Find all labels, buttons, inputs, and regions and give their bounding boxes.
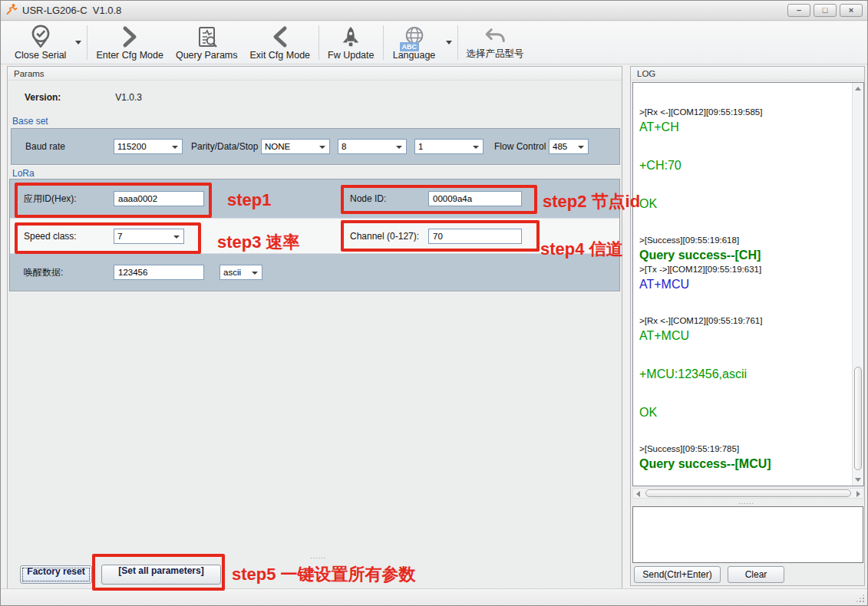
log-vertical-scrollbar[interactable]	[852, 83, 863, 486]
baud-rate-value: 115200	[117, 142, 147, 151]
speed-class-select[interactable]: 7	[114, 229, 184, 244]
panel-splitter-grip[interactable]: ......	[310, 552, 326, 560]
log-line	[639, 344, 850, 366]
maximize-button[interactable]: □	[814, 4, 837, 17]
log-line: +MCU:123456,ascii	[639, 366, 850, 382]
app-id-label: 应用ID(Hex):	[24, 193, 77, 206]
log-line: OK	[639, 404, 850, 420]
data-bits-select[interactable]: 8	[338, 139, 407, 154]
log-line	[639, 135, 850, 157]
chevron-down-icon	[446, 41, 452, 44]
log-line: Query success--[CH]	[639, 247, 850, 263]
query-params-label: Query Params	[176, 50, 238, 61]
set-all-parameters-button[interactable]: [Set all parameters]	[101, 565, 221, 585]
combo-arrow-icon	[319, 146, 325, 149]
language-button[interactable]: ABC Language	[386, 21, 443, 64]
app-id-input[interactable]: aaaa0002	[114, 191, 204, 206]
wake-data-input[interactable]: 123456	[114, 265, 204, 280]
close-serial-label: Close Serial	[15, 50, 66, 61]
wake-format-select[interactable]: ascii	[219, 265, 262, 280]
vscroll-thumb[interactable]	[854, 367, 862, 470]
wake-format-value: ascii	[223, 268, 241, 277]
version-label: Version:	[25, 92, 113, 103]
scroll-right-icon[interactable]	[856, 491, 860, 497]
hscroll-thumb[interactable]	[645, 489, 851, 497]
combo-arrow-icon	[172, 146, 178, 149]
combo-arrow-icon	[473, 146, 479, 149]
undo-arrow-icon	[483, 24, 507, 48]
version-value: V1.0.3	[115, 92, 142, 103]
toolbar: Close Serial Enter Cfg Mode Query Params	[1, 21, 867, 64]
log-lines: >[Rx <-][COM12][09:55:19:585]AT+CH+CH:70…	[639, 106, 850, 472]
lora-group-label: LoRa	[12, 168, 35, 179]
combo-arrow-icon	[173, 235, 180, 239]
log-line	[639, 420, 850, 443]
log-line: >[Success][09:55:19:785]	[639, 443, 850, 456]
chevron-down-icon	[75, 41, 81, 44]
node-id-label: Node ID:	[350, 193, 386, 204]
close-serial-button[interactable]: Close Serial	[8, 21, 72, 64]
wake-data-row: 唤醒数据: 123456 ascii	[10, 254, 619, 291]
app-icon	[5, 3, 18, 18]
base-set-group: Baud rate 115200 Parity/Data/Stop NONE 8…	[11, 128, 620, 165]
baud-rate-select[interactable]: 115200	[114, 139, 183, 154]
parity-select[interactable]: NONE	[261, 139, 330, 154]
log-line: AT+CH	[639, 119, 850, 135]
log-view[interactable]: >[Rx <-][COM12][09:55:19:585]AT+CH+CH:70…	[632, 82, 864, 486]
data-bits-value: 8	[342, 142, 346, 151]
select-product-model-button[interactable]: 选择产品型号	[460, 21, 530, 64]
log-line: >[Tx ->][COM12][09:55:19:631]	[639, 263, 850, 276]
lora-group: 应用ID(Hex): aaaa0002 Node ID: 00009a4a Sp…	[9, 179, 620, 291]
log-horizontal-scrollbar[interactable]	[632, 488, 864, 499]
log-panel: LOG >[Rx <-][COM12][09:55:19:585]AT+CH+C…	[630, 66, 865, 586]
scroll-down-icon[interactable]	[855, 478, 861, 482]
language-dropdown[interactable]	[443, 21, 455, 64]
log-line: >[Rx <-][COM12][09:55:19:761]	[639, 315, 850, 328]
app-id-row: 应用ID(Hex): aaaa0002 Node ID: 00009a4a	[10, 179, 619, 218]
exit-cfg-mode-button[interactable]: Exit Cfg Mode	[244, 21, 317, 64]
close-button[interactable]: ×	[840, 4, 863, 17]
scroll-left-icon[interactable]	[636, 491, 640, 497]
exit-cfg-mode-label: Exit Cfg Mode	[250, 50, 311, 61]
send-input[interactable]	[632, 506, 863, 563]
send-button[interactable]: Send(Ctrl+Enter)	[634, 566, 721, 583]
resize-grip[interactable]	[863, 601, 864, 602]
base-set-group-label: Base set	[12, 116, 48, 127]
toolbar-separator	[318, 25, 319, 60]
chevron-right-icon	[120, 24, 140, 50]
factory-reset-button[interactable]: Factory reset	[20, 565, 92, 584]
clear-button[interactable]: Clear	[728, 566, 784, 583]
parity-label: Parity/Data/Stop	[191, 141, 258, 152]
app-window: USR-LG206-C V1.0.8 – □ × Close Serial	[0, 0, 868, 606]
log-line: +CH:70	[639, 157, 850, 173]
log-line: >[Success][09:55:19:618]	[639, 234, 850, 247]
rocket-icon	[339, 24, 362, 50]
node-id-input[interactable]: 00009a4a	[428, 191, 522, 206]
log-line	[639, 173, 850, 196]
stop-bits-select[interactable]: 1	[414, 139, 484, 154]
window-title: USR-LG206-C V1.0.8	[22, 5, 121, 16]
abc-badge: ABC	[400, 42, 420, 51]
baud-rate-label: Baud rate	[25, 141, 65, 152]
enter-cfg-mode-button[interactable]: Enter Cfg Mode	[90, 21, 170, 64]
channel-input[interactable]: 70	[428, 229, 522, 244]
log-line: AT+MCU	[639, 276, 850, 292]
enter-cfg-mode-label: Enter Cfg Mode	[96, 50, 163, 61]
fw-update-button[interactable]: Fw Update	[322, 21, 380, 64]
log-panel-header: LOG	[631, 67, 864, 81]
close-serial-dropdown[interactable]	[72, 21, 84, 64]
stop-bits-value: 1	[418, 142, 423, 151]
params-panel: Params Version: V1.0.3 Base set Baud rat…	[7, 66, 622, 593]
status-bar	[1, 588, 867, 605]
minimize-button[interactable]: –	[787, 4, 810, 17]
flow-control-select[interactable]: 485	[549, 139, 589, 154]
scroll-up-icon[interactable]	[855, 87, 861, 91]
combo-arrow-icon	[578, 146, 584, 149]
fw-update-label: Fw Update	[328, 50, 374, 61]
serial-pin-check-icon	[28, 24, 54, 50]
query-params-button[interactable]: Query Params	[170, 21, 244, 64]
toolbar-separator	[383, 25, 384, 60]
flow-control-value: 485	[553, 142, 567, 151]
log-splitter-grip[interactable]: ......	[738, 498, 754, 506]
params-panel-header: Params	[8, 67, 622, 81]
